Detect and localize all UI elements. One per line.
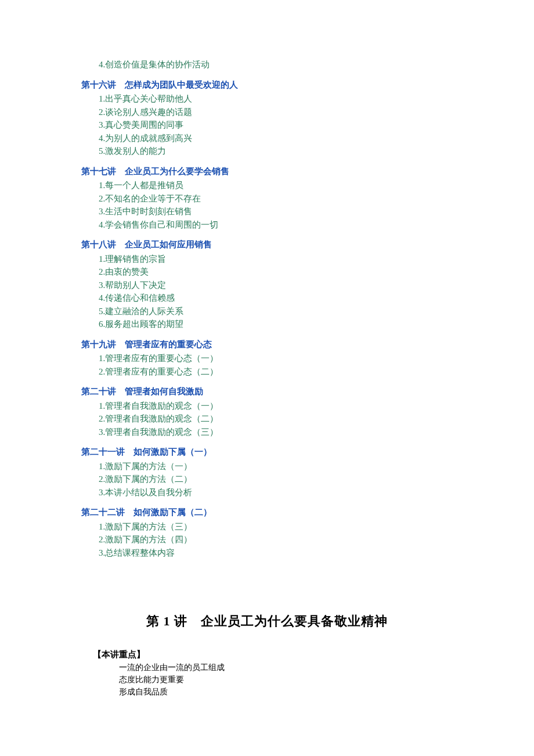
toc-section: 第二十一讲 如何激励下属（一）1.激励下属的方法（一）2.激励下属的方法（二）3… xyxy=(81,445,453,499)
keypoint-item: 形成自我品质 xyxy=(119,686,453,698)
toc-item: 2.激励下属的方法（四） xyxy=(99,533,453,546)
toc-item: 3.生活中时时刻刻在销售 xyxy=(99,205,453,218)
toc-section: 第十六讲 怎样成为团队中最受欢迎的人1.出乎真心关心帮助他人2.谈论别人感兴趣的… xyxy=(81,78,453,158)
toc-item: 2.不知名的企业等于不存在 xyxy=(99,192,453,206)
toc-item: 1.出乎真心关心帮助他人 xyxy=(99,92,453,106)
toc-item: 5.建立融洽的人际关系 xyxy=(99,305,453,318)
keypoint-item: 态度比能力更重要 xyxy=(119,674,453,686)
toc-section: 第二十讲 管理者如何自我激励1.管理者自我激励的观念（一）2.管理者自我激励的观… xyxy=(81,385,453,438)
toc-item: 2.谈论别人感兴趣的话题 xyxy=(99,106,453,119)
toc-item: 1.激励下属的方法（一） xyxy=(99,460,453,473)
toc-section-title: 第十九讲 管理者应有的重要心态 xyxy=(81,338,453,351)
toc-item: 4.学会销售你自己和周围的一切 xyxy=(99,218,453,232)
toc-orphan-item: 4.创造价值是集体的协作活动 xyxy=(99,58,453,71)
toc-section: 第十九讲 管理者应有的重要心态1.管理者应有的重要心态（一）2.管理者应有的重要… xyxy=(81,338,453,379)
toc-item: 2.管理者应有的重要心态（二） xyxy=(99,365,453,379)
toc-section-title: 第二十讲 管理者如何自我激励 xyxy=(81,385,453,398)
toc-item: 6.服务超出顾客的期望 xyxy=(99,318,453,331)
toc-section-title: 第十七讲 企业员工为什么要学会销售 xyxy=(81,165,453,178)
lecture-heading: 第 1 讲 企业员工为什么要具备敬业精神 xyxy=(81,611,453,631)
toc-section-title: 第二十一讲 如何激励下属（一） xyxy=(81,445,453,459)
toc-section-title: 第二十二讲 如何激励下属（二） xyxy=(81,506,453,519)
toc-item: 5.激发别人的能力 xyxy=(99,145,453,158)
keypoint-item: 一流的企业由一流的员工组成 xyxy=(119,661,453,674)
toc-item: 3.帮助别人下决定 xyxy=(99,279,453,292)
toc-item: 1.管理者应有的重要心态（一） xyxy=(99,352,453,365)
toc-sections: 第十六讲 怎样成为团队中最受欢迎的人1.出乎真心关心帮助他人2.谈论别人感兴趣的… xyxy=(81,78,453,560)
keypoints-list: 一流的企业由一流的员工组成态度比能力更重要形成自我品质 xyxy=(81,661,453,698)
toc-item: 2.激励下属的方法（二） xyxy=(99,473,453,486)
toc-section-title: 第十六讲 怎样成为团队中最受欢迎的人 xyxy=(81,78,453,92)
toc-item: 3.真心赞美周围的同事 xyxy=(99,118,453,132)
toc-item: 2.管理者自我激励的观念（二） xyxy=(99,412,453,426)
toc-item: 3.本讲小结以及自我分析 xyxy=(99,486,453,499)
toc-item: 3.管理者自我激励的观念（三） xyxy=(99,426,453,439)
toc-section: 第十七讲 企业员工为什么要学会销售1.每一个人都是推销员2.不知名的企业等于不存… xyxy=(81,165,453,232)
toc-item: 3.总结课程整体内容 xyxy=(99,546,453,560)
toc-section: 第十八讲 企业员工如何应用销售1.理解销售的宗旨2.由衷的赞美3.帮助别人下决定… xyxy=(81,238,453,331)
toc-item: 1.激励下属的方法（三） xyxy=(99,520,453,534)
toc-section: 第二十二讲 如何激励下属（二）1.激励下属的方法（三）2.激励下属的方法（四）3… xyxy=(81,506,453,559)
toc-item: 4.为别人的成就感到高兴 xyxy=(99,132,453,145)
toc-item: 1.管理者自我激励的观念（一） xyxy=(99,399,453,413)
toc-section-title: 第十八讲 企业员工如何应用销售 xyxy=(81,238,453,251)
toc-item: 1.每一个人都是推销员 xyxy=(99,179,453,192)
toc-item: 4.传递信心和信赖感 xyxy=(99,291,453,305)
toc-item: 1.理解销售的宗旨 xyxy=(99,253,453,266)
keypoints-label: 【本讲重点】 xyxy=(93,648,453,661)
toc-item: 2.由衷的赞美 xyxy=(99,265,453,279)
